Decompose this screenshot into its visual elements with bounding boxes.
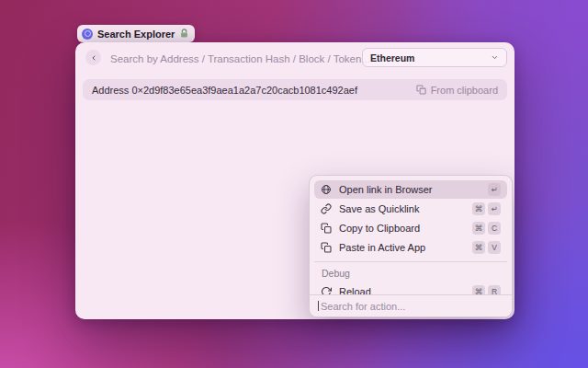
menu-item-open-link[interactable]: Open link in Browser ↵ [314, 180, 507, 199]
shortcut-keys: ⌘ C [472, 222, 501, 235]
network-dropdown[interactable]: Ethereum [362, 48, 507, 67]
key-c: C [488, 222, 501, 235]
menu-item-paste-active-app[interactable]: Paste in Active App ⌘ V [314, 238, 507, 257]
command-pill[interactable]: Search Explorer [77, 25, 195, 42]
command-pill-title: Search Explorer [97, 29, 175, 40]
globe-icon [321, 184, 332, 195]
menu-item-label: Paste in Active App [339, 242, 425, 253]
chevron-left-icon [90, 54, 97, 62]
key-cmd: ⌘ [472, 241, 485, 254]
back-button[interactable] [85, 50, 101, 65]
desktop-background: Search Explorer Ethereum Address 0×2 [0, 0, 588, 368]
result-accessory: From clipboard [416, 85, 498, 96]
action-search-input[interactable] [319, 300, 497, 313]
shortcut-keys: ↵ [488, 183, 501, 196]
clipboard-icon [321, 242, 332, 253]
result-title: Address 0×2d9f83e65ea3f9aea1a2a7c20cacb1… [92, 85, 357, 96]
network-dropdown-value: Ethereum [370, 52, 414, 63]
shortcut-keys: ⌘ ↵ [472, 202, 501, 215]
menu-item-save-quicklink[interactable]: Save as Quicklink ⌘ ↵ [314, 200, 507, 218]
action-panel: Open link in Browser ↵ Save as Quicklink… [309, 175, 513, 317]
menu-item-label: Copy to Clipboard [339, 223, 420, 234]
shortcut-keys: ⌘ V [472, 241, 501, 254]
result-accessory-label: From clipboard [431, 85, 498, 96]
search-input[interactable] [108, 47, 379, 70]
lock-icon [179, 29, 189, 39]
key-cmd: ⌘ [472, 202, 485, 215]
result-row-address[interactable]: Address 0×2d9f83e65ea3f9aea1a2a7c20cacb1… [83, 79, 507, 100]
menu-item-label: Open link in Browser [339, 184, 433, 195]
clipboard-icon [416, 85, 426, 95]
extension-app-icon [82, 29, 93, 40]
key-return: ↵ [488, 183, 501, 196]
menu-item-label: Save as Quicklink [339, 203, 419, 214]
menu-section-debug: Debug [314, 265, 507, 282]
key-return: ↵ [488, 202, 501, 215]
clipboard-icon [321, 223, 332, 234]
menu-separator [314, 261, 507, 262]
key-cmd: ⌘ [472, 222, 485, 235]
action-search-bar [310, 294, 512, 316]
link-icon [321, 203, 332, 214]
menu-item-copy-clipboard[interactable]: Copy to Clipboard ⌘ C [314, 219, 507, 237]
action-panel-body: Open link in Browser ↵ Save as Quicklink… [310, 176, 512, 301]
chevron-down-icon [491, 53, 499, 62]
key-v: V [488, 241, 501, 254]
